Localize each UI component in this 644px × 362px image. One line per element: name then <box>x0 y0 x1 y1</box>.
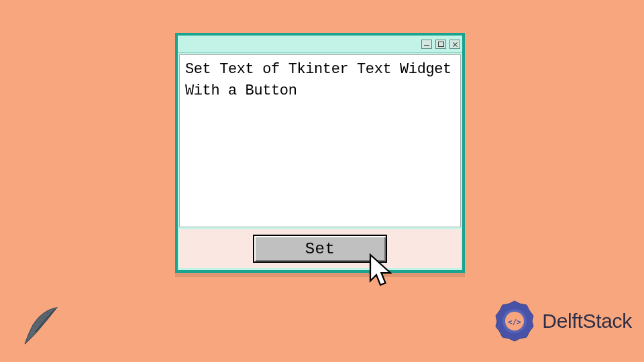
logo-text: DelftStack <box>542 310 632 333</box>
application-window: Set Text of Tkinter Text Widget With a B… <box>175 33 465 273</box>
brand-logo: </> DelftStack <box>491 298 632 345</box>
minimize-button[interactable] <box>421 40 432 49</box>
text-widget[interactable]: Set Text of Tkinter Text Widget With a B… <box>179 54 461 227</box>
maximize-button[interactable] <box>435 40 446 49</box>
close-button[interactable] <box>449 40 460 49</box>
titlebar <box>178 36 462 53</box>
feather-icon <box>19 303 64 349</box>
cursor-icon <box>366 253 399 293</box>
svg-text:</>: </> <box>508 318 521 326</box>
logo-mark-icon: </> <box>491 298 538 345</box>
button-row: Set <box>179 229 461 268</box>
